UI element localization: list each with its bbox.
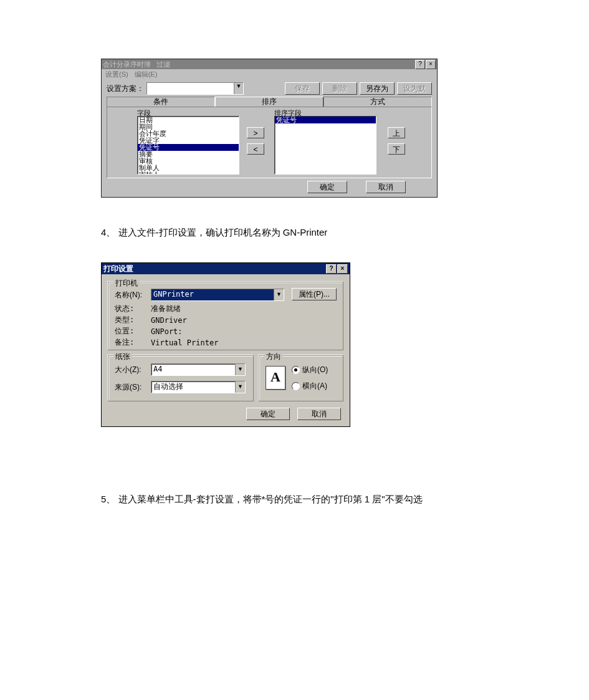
print-settings-dialog: 打印设置 ? × 打印机 名称(N): GNPrinter ▼ 属性(P)...… (101, 262, 350, 427)
filter-dialog-menu: 设置(S) 编辑(E) (102, 69, 437, 79)
saveas-button[interactable]: 另存为 (360, 82, 395, 95)
filter-dialog: 会计分录序时簿 过滤 ? × 设置(S) 编辑(E) 设置方案： ▼ 保存 删除… (101, 59, 438, 198)
cancel-button[interactable]: 取消 (297, 408, 341, 420)
menu-edit[interactable]: 编辑(E) (135, 70, 158, 79)
scheme-label: 设置方案： (107, 84, 144, 94)
orientation-fieldset: 方向 A 纵向(O) 横向(A) (259, 355, 343, 401)
paper-legend: 纸张 (113, 352, 132, 362)
where-value: GNPort: (151, 327, 183, 336)
properties-button[interactable]: 属性(P)... (292, 288, 337, 300)
print-dialog-titlebar[interactable]: 打印设置 ? × (102, 263, 350, 274)
landscape-label: 横向(A) (302, 381, 327, 391)
orientation-icon: A (266, 366, 285, 390)
source-label: 来源(S): (115, 382, 151, 393)
comment-value: Virtual Printer (151, 338, 218, 347)
paper-size-combo[interactable]: A4 ▼ (151, 363, 246, 376)
portrait-label: 纵向(O) (302, 365, 328, 375)
radio-icon (292, 382, 300, 390)
paper-size-value: A4 (151, 364, 235, 375)
list-item[interactable]: 审核人 (138, 171, 239, 175)
list-item[interactable]: 凭证号 (138, 144, 239, 151)
status-value: 准备就绪 (151, 304, 181, 314)
chevron-down-icon[interactable]: ▼ (274, 289, 284, 300)
close-icon[interactable]: × (426, 60, 436, 69)
tabs: 条件 排序 方式 (107, 97, 432, 107)
status-label: 状态: (115, 304, 151, 314)
fields-listbox[interactable]: 日期期间会计年度凭证字凭证号摘要审核制单人审核人过帐凭证所属组参考信息 (137, 116, 239, 175)
sort-pane: 字段 排序字段 日期期间会计年度凭证字凭证号摘要审核制单人审核人过帐凭证所属组参… (107, 107, 432, 178)
ok-button[interactable]: 确定 (307, 181, 347, 193)
move-up-button[interactable]: 上 (388, 127, 405, 138)
filter-dialog-button-row: 确定 取消 (102, 181, 437, 194)
printer-fieldset: 打印机 名称(N): GNPrinter ▼ 属性(P)... 状态: 准备就绪… (108, 282, 343, 350)
chevron-down-icon[interactable]: ▼ (234, 83, 243, 94)
printer-legend: 打印机 (113, 278, 140, 289)
scheme-combo[interactable]: ▼ (146, 82, 244, 95)
move-down-button[interactable]: 下 (388, 143, 405, 155)
radio-icon (292, 366, 300, 374)
help-icon[interactable]: ? (415, 60, 425, 69)
menu-settings[interactable]: 设置(S) (105, 70, 128, 79)
printer-name-value: GNPrinter (151, 289, 274, 300)
comment-label: 备注: (115, 337, 151, 348)
paper-source-value: 自动选择 (151, 381, 235, 393)
tab-sort[interactable]: 排序 (215, 97, 323, 107)
tab-mode[interactable]: 方式 (323, 97, 432, 107)
step-5-text: 5、 进入菜单栏中工具-套打设置，将带*号的凭证一行的"打印第 1 层"不要勾选 (101, 494, 423, 506)
filter-dialog-title: 会计分录序时簿 过滤 (103, 60, 414, 69)
size-label: 大小(Z): (115, 365, 151, 375)
type-label: 类型: (115, 315, 151, 325)
chevron-down-icon[interactable]: ▼ (235, 364, 245, 375)
move-right-button[interactable]: > (247, 127, 264, 138)
portrait-radio[interactable]: 纵向(O) (292, 365, 328, 375)
help-icon[interactable]: ? (326, 264, 337, 274)
scheme-row: 设置方案： ▼ 保存 删除 另存为 设为默认 (107, 82, 432, 95)
orientation-legend: 方向 (264, 352, 283, 362)
list-item[interactable]: 摘要 (138, 151, 239, 158)
paper-source-combo[interactable]: 自动选择 ▼ (151, 381, 246, 393)
move-left-button[interactable]: < (247, 143, 264, 155)
list-item[interactable]: 凭证号 (275, 117, 376, 123)
setdefault-button[interactable]: 设为默认 (397, 82, 432, 95)
sort-listbox[interactable]: 凭证号 (274, 116, 376, 175)
where-label: 位置: (115, 326, 151, 337)
save-button[interactable]: 保存 (285, 82, 320, 95)
step-4-text: 4、 进入文件-打印设置，确认打印机名称为 GN-Printer (101, 227, 327, 239)
print-dialog-title: 打印设置 (103, 264, 325, 274)
list-item[interactable]: 日期 (138, 117, 239, 123)
delete-button[interactable]: 删除 (322, 82, 357, 95)
filter-dialog-titlebar[interactable]: 会计分录序时簿 过滤 ? × (102, 59, 437, 69)
landscape-radio[interactable]: 横向(A) (292, 381, 327, 391)
name-label: 名称(N): (115, 290, 151, 300)
printer-name-combo[interactable]: GNPrinter ▼ (151, 289, 284, 301)
close-icon[interactable]: × (337, 264, 348, 274)
ok-button[interactable]: 确定 (246, 408, 290, 420)
paper-fieldset: 纸张 大小(Z): A4 ▼ 来源(S): 自动选择 ▼ (108, 355, 254, 401)
cancel-button[interactable]: 取消 (366, 181, 406, 193)
scheme-combo-text (147, 83, 234, 94)
chevron-down-icon[interactable]: ▼ (235, 381, 245, 393)
type-value: GNDriver (151, 316, 187, 325)
tab-condition[interactable]: 条件 (107, 97, 215, 107)
